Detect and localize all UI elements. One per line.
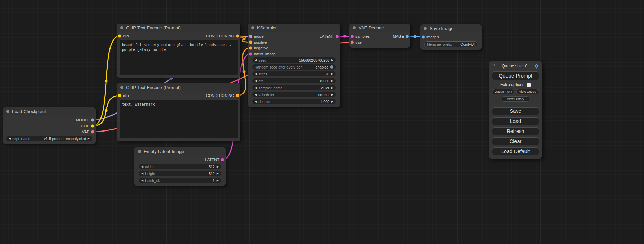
node-save-image[interactable]: Save Image images filename_prefix ComfyU… [420,24,482,50]
widget-value: 8.000 [320,79,329,83]
node-titlebar[interactable]: VAE Decode [349,24,410,32]
output-port-latent[interactable] [221,158,224,161]
node-clip-text-encode-positive[interactable]: CLIP Text Encode (Prompt) clip CONDITION… [117,24,240,78]
node-title: Save Image [430,26,453,31]
save-button[interactable]: Save [492,107,539,115]
increment-arrow-icon[interactable]: ▶ [331,80,333,82]
node-ksampler[interactable]: KSampler model LATENT positive negative … [248,24,340,107]
increment-arrow-icon[interactable]: ▶ [217,165,219,168]
widget-random-seed-toggle[interactable]: Random seed after every gen enabled [252,64,336,70]
widget-ckpt-name[interactable]: ◀ ckpt_name v1-5-pruned-emaonly.ckpt ▶ [6,136,92,141]
output-port-image[interactable] [406,35,409,38]
node-clip-text-encode-negative[interactable]: CLIP Text Encode (Prompt) clip CONDITION… [117,83,240,141]
widget-seed[interactable]: ◀ seed 156680208700286 ▶ [252,57,336,63]
clear-button[interactable]: Clear [492,137,539,145]
widget-filename-prefix[interactable]: filename_prefix ComfyUI [424,41,477,47]
view-queue-button[interactable]: View Queue [516,89,539,94]
node-titlebar[interactable]: KSampler [248,24,340,32]
widget-scheduler[interactable]: ◀ scheduler normal ▶ [252,92,336,97]
collapse-dot-icon[interactable] [353,26,356,29]
io-row: clip CONDITIONING [117,92,240,99]
increment-arrow-icon[interactable]: ▶ [217,179,219,182]
refresh-button[interactable]: Refresh [492,127,539,135]
widget-height[interactable]: ◀ height 512 ▶ [139,171,221,176]
node-titlebar[interactable]: CLIP Text Encode (Prompt) [117,83,240,91]
queue-prompt-button[interactable]: Queue Prompt [492,71,539,80]
widget-value: 20 [325,72,329,76]
extra-options-checkbox[interactable] [527,83,531,87]
input-port-samples[interactable] [351,35,354,38]
negative-prompt-input[interactable]: text, watermark [120,100,238,138]
decrement-arrow-icon[interactable]: ◀ [255,87,257,89]
node-empty-latent-image[interactable]: Empty Latent Image LATENT ◀ width 512 ▶ … [134,147,226,186]
input-port-model[interactable] [249,35,252,38]
collapse-dot-icon[interactable] [6,110,9,113]
decrement-arrow-icon[interactable]: ◀ [141,172,143,175]
node-vae-decode[interactable]: VAE Decode samples IMAGE vae [349,24,410,48]
load-default-button[interactable]: Load Default [492,147,539,155]
increment-arrow-icon[interactable]: ▶ [88,137,90,140]
positive-prompt-input[interactable]: beautiful scenery nature glass bottle la… [120,40,238,75]
view-history-button[interactable]: View History [501,96,530,102]
node-title: Load Checkpoint [12,109,46,114]
node-titlebar[interactable]: Empty Latent Image [134,147,226,155]
input-port-positive[interactable] [249,40,252,44]
widget-value: enabled [316,65,328,69]
output-port-conditioning[interactable] [236,35,239,38]
output-port-model[interactable] [91,118,94,121]
collapse-dot-icon[interactable] [138,150,141,153]
widget-cfg[interactable]: ◀ cfg 8.000 ▶ [252,78,336,83]
load-button[interactable]: Load [492,117,539,125]
decrement-arrow-icon[interactable]: ◀ [9,137,11,140]
settings-gear-icon[interactable] [534,64,539,69]
increment-arrow-icon[interactable]: ▶ [217,172,219,175]
comfy-menu-panel[interactable]: ⠿ Queue size: 0 Queue Prompt Extra optio… [489,61,542,159]
collapse-dot-icon[interactable] [251,26,254,29]
decrement-arrow-icon[interactable]: ◀ [141,165,143,168]
widget-sampler-name[interactable]: ◀ sampler_name euler ▶ [252,85,336,90]
node-titlebar[interactable]: CLIP Text Encode (Prompt) [117,24,240,32]
increment-arrow-icon[interactable]: ▶ [331,87,333,89]
decrement-arrow-icon[interactable]: ◀ [255,100,257,103]
extra-options-label: Extra options [500,82,524,87]
output-port-conditioning[interactable] [236,94,239,97]
increment-arrow-icon[interactable]: ▶ [331,100,333,103]
decrement-arrow-icon[interactable]: ◀ [255,93,257,96]
collapse-dot-icon[interactable] [424,27,427,30]
input-port-images[interactable] [422,35,425,38]
widget-batch-size[interactable]: ◀ batch_size 1 ▶ [139,178,221,183]
widget-label: ckpt_name [12,137,30,141]
widget-width[interactable]: ◀ width 512 ▶ [139,164,221,169]
input-port-vae[interactable] [351,40,354,44]
decrement-arrow-icon[interactable]: ◀ [255,80,257,82]
input-port-clip[interactable] [118,35,121,38]
increment-arrow-icon[interactable]: ▶ [331,59,333,62]
output-port-latent[interactable] [336,35,339,38]
widget-label: filename_prefix [427,42,452,46]
decrement-arrow-icon[interactable]: ◀ [141,179,143,182]
output-port-vae[interactable] [91,130,94,133]
node-titlebar[interactable]: Save Image [420,24,482,33]
node-title: Empty Latent Image [144,149,184,154]
decrement-arrow-icon[interactable]: ◀ [255,73,257,75]
collapse-dot-icon[interactable] [120,26,123,29]
input-row-vae: vae [349,39,410,45]
increment-arrow-icon[interactable]: ▶ [331,73,333,75]
node-titlebar[interactable]: Load Checkpoint [3,107,96,116]
toggle-knob-icon[interactable] [330,65,333,69]
input-row-positive: positive [248,39,340,45]
graph-canvas[interactable]: Load Checkpoint MODEL CLIP VAE ◀ ckpt_na… [0,0,644,244]
drag-handle-icon[interactable]: ⠿ [492,64,495,69]
input-port-latent-image[interactable] [249,52,252,55]
input-port-clip[interactable] [118,94,121,97]
decrement-arrow-icon[interactable]: ◀ [255,59,257,62]
input-row-latent-image: latent_image [248,51,340,57]
node-load-checkpoint[interactable]: Load Checkpoint MODEL CLIP VAE ◀ ckpt_na… [3,107,96,144]
queue-front-button[interactable]: Queue Front [492,89,515,94]
widget-steps[interactable]: ◀ steps 20 ▶ [252,71,336,76]
widget-denoise[interactable]: ◀ denoise 1.000 ▶ [252,99,336,104]
collapse-dot-icon[interactable] [120,86,123,89]
output-port-clip[interactable] [91,124,94,127]
input-port-negative[interactable] [249,46,252,49]
increment-arrow-icon[interactable]: ▶ [331,93,333,96]
